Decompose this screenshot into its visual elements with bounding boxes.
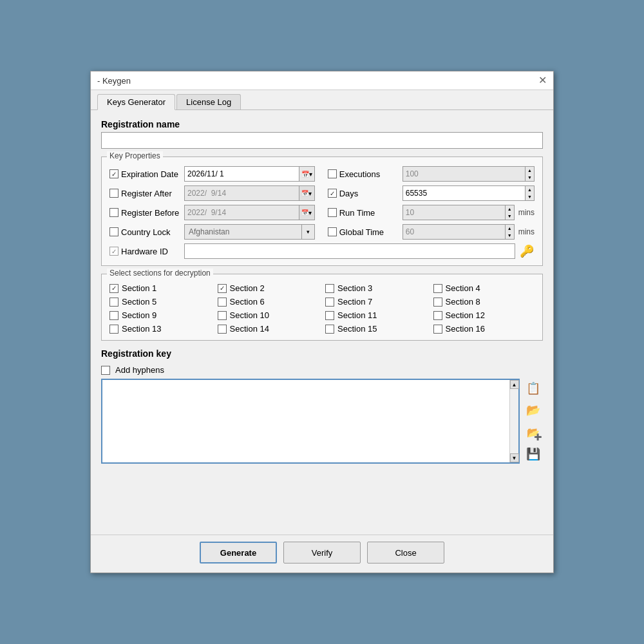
add-hyphens-label: Add hyphens [115, 365, 164, 375]
sections-group: Select sections for decryption Section 1… [101, 274, 543, 341]
section-1-checkbox[interactable] [109, 284, 118, 293]
expiration-date-field: 📅▾ [184, 166, 315, 182]
global-time-down-btn[interactable]: ▼ [506, 232, 514, 239]
add-hyphens-checkbox[interactable] [101, 366, 110, 375]
sections-group-label: Select sections for decryption [107, 269, 213, 278]
executions-checkbox[interactable] [328, 169, 337, 178]
run-time-input[interactable] [402, 205, 506, 220]
section-14-item: Section 14 [218, 324, 319, 334]
section-1-label: Section 1 [122, 283, 156, 293]
section-2-checkbox[interactable] [218, 284, 227, 293]
expiration-date-picker-btn[interactable]: 📅▾ [299, 166, 315, 182]
section-10-label: Section 10 [230, 310, 269, 320]
register-before-input[interactable] [184, 205, 299, 220]
section-11-checkbox[interactable] [325, 311, 334, 320]
section-7-label: Section 7 [337, 297, 372, 307]
global-time-spinner: ▲ ▼ [402, 224, 515, 240]
section-9-item: Section 9 [109, 310, 211, 320]
executions-spinner: ▲ ▼ [402, 166, 535, 182]
section-9-checkbox[interactable] [109, 311, 118, 320]
register-after-checkbox[interactable] [109, 189, 118, 198]
global-time-input[interactable] [402, 224, 506, 240]
executions-up-btn[interactable]: ▲ [526, 167, 534, 174]
register-after-field: 📅▾ [184, 185, 315, 201]
section-12-checkbox[interactable] [433, 311, 442, 320]
section-9-label: Section 9 [122, 310, 156, 320]
section-8-item: Section 8 [433, 297, 535, 307]
open-folder-icon-btn[interactable]: 📂 [524, 401, 543, 420]
tab-license-log[interactable]: License Log [176, 94, 241, 109]
reg-key-textarea[interactable] [102, 380, 509, 451]
section-4-label: Section 4 [446, 283, 480, 293]
section-7-checkbox[interactable] [325, 298, 334, 307]
register-after-input[interactable] [184, 185, 299, 201]
registration-key-label: Registration key [101, 348, 543, 359]
days-up-btn[interactable]: ▲ [526, 186, 534, 193]
title-bar: - Keygen ✕ [91, 71, 553, 90]
section-4-checkbox[interactable] [433, 284, 442, 293]
executions-spinner-btns: ▲ ▼ [526, 166, 535, 182]
section-5-checkbox[interactable] [109, 298, 118, 307]
executions-row: Executions ▲ ▼ [328, 166, 535, 182]
generate-button[interactable]: Generate [200, 542, 277, 564]
registration-name-input[interactable] [101, 132, 543, 149]
section-14-checkbox[interactable] [218, 325, 227, 334]
section-16-checkbox[interactable] [433, 325, 442, 334]
days-input[interactable] [402, 185, 526, 201]
run-time-label: Run Time [328, 208, 399, 218]
expiration-date-label: Expiration Date [109, 169, 180, 179]
tab-keys-generator[interactable]: Keys Generator [97, 94, 175, 110]
calendar-icon-3: 📅 [301, 209, 308, 216]
section-3-checkbox[interactable] [325, 284, 334, 293]
add-icon-btn[interactable]: 📂➕ [524, 422, 543, 442]
country-lock-input[interactable] [184, 224, 302, 240]
key-properties-group: Key Properties Expiration Date 📅▾ [101, 156, 543, 266]
footer: Generate Verify Close [91, 535, 553, 573]
days-checkbox[interactable] [328, 189, 337, 198]
reg-key-area: ▲ ▼ 📋 📂 📂➕ 💾 [101, 379, 543, 464]
section-15-label: Section 15 [337, 324, 377, 334]
close-button[interactable]: ✕ [538, 75, 547, 86]
register-before-field: 📅▾ [184, 205, 315, 220]
expiration-date-checkbox[interactable] [109, 169, 118, 178]
days-row: Days ▲ ▼ [328, 185, 535, 201]
country-lock-dropdown-btn[interactable]: ▾ [302, 224, 315, 240]
executions-down-btn[interactable]: ▼ [526, 174, 534, 181]
calendar-icon: 📅 [301, 171, 309, 178]
days-down-btn[interactable]: ▼ [526, 193, 534, 200]
run-time-down-btn[interactable]: ▼ [506, 213, 514, 220]
section-6-checkbox[interactable] [218, 298, 227, 307]
register-after-picker-btn[interactable]: 📅▾ [299, 185, 315, 201]
run-time-up-btn[interactable]: ▲ [506, 205, 514, 213]
section-11-label: Section 11 [337, 310, 377, 320]
verify-button[interactable]: Verify [283, 542, 361, 564]
section-13-checkbox[interactable] [109, 325, 118, 334]
scroll-down-btn[interactable]: ▼ [510, 453, 519, 462]
register-before-picker-btn[interactable]: 📅▾ [299, 205, 315, 220]
register-before-checkbox[interactable] [109, 208, 118, 217]
section-10-item: Section 10 [218, 310, 319, 320]
expiration-date-input[interactable] [184, 166, 299, 182]
global-time-checkbox[interactable] [328, 227, 337, 236]
calendar-icon-2: 📅 [301, 190, 308, 196]
global-time-up-btn[interactable]: ▲ [506, 225, 514, 232]
run-time-checkbox[interactable] [328, 208, 337, 217]
keygen-dialog: - Keygen ✕ Keys Generator License Log Re… [90, 71, 554, 573]
hardware-id-input[interactable] [184, 243, 515, 259]
copy-icon-btn[interactable]: 📋 [524, 379, 543, 398]
section-6-item: Section 6 [218, 297, 319, 307]
section-4-item: Section 4 [433, 283, 535, 293]
hardware-id-key-icon[interactable]: 🔑 [519, 243, 535, 259]
hardware-id-checkbox[interactable] [109, 247, 118, 256]
section-16-item: Section 16 [433, 324, 535, 334]
save-icon-btn[interactable]: 💾 [524, 444, 543, 464]
main-content: Registration name Key Properties Expirat… [91, 110, 553, 535]
register-after-label: Register After [109, 189, 180, 198]
scroll-up-btn[interactable]: ▲ [510, 380, 519, 389]
executions-input[interactable] [402, 166, 526, 182]
section-15-checkbox[interactable] [325, 325, 334, 334]
close-dialog-button[interactable]: Close [367, 542, 444, 564]
section-8-checkbox[interactable] [433, 298, 442, 307]
section-10-checkbox[interactable] [218, 311, 227, 320]
country-lock-checkbox[interactable] [109, 227, 118, 236]
